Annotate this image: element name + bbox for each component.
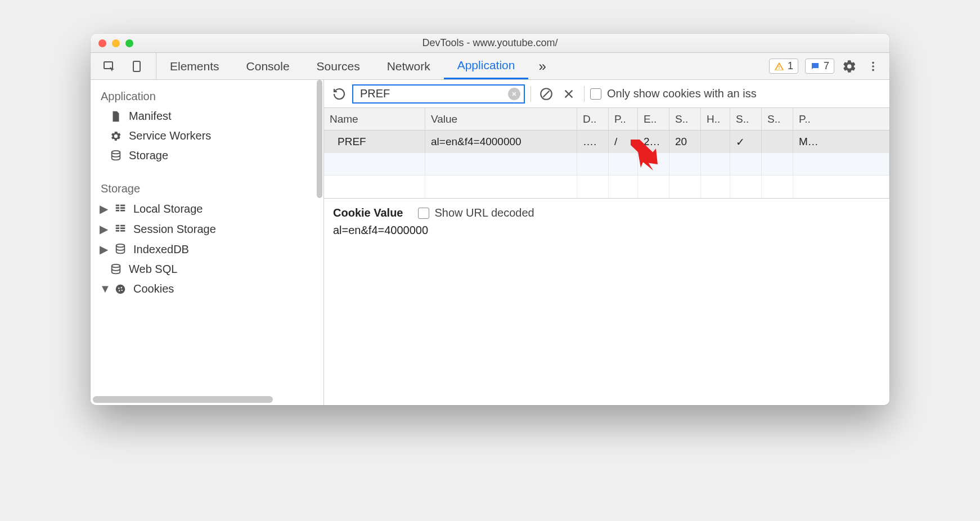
svg-point-21 xyxy=(116,284,125,294)
cookies-toolbar: Only show cookies with an iss xyxy=(324,80,889,108)
messages-badge[interactable]: 7 xyxy=(805,59,834,74)
kebab-menu-icon[interactable] xyxy=(865,58,882,75)
svg-rect-17 xyxy=(120,227,125,229)
cookie-value-text: al=en&f4=4000000 xyxy=(333,224,880,237)
grid-icon xyxy=(114,223,127,235)
table-header: Name Value D.. P.. E.. S.. H.. S.. S.. P… xyxy=(324,108,889,131)
svg-point-22 xyxy=(118,287,119,288)
minimize-window-button[interactable] xyxy=(112,39,120,47)
show-url-decoded-checkbox[interactable]: Show URL decoded xyxy=(418,206,534,219)
svg-point-5 xyxy=(872,69,874,71)
filter-input-wrapper xyxy=(352,84,525,104)
col-name[interactable]: Name xyxy=(324,108,425,130)
svg-rect-15 xyxy=(116,230,119,232)
svg-rect-12 xyxy=(120,210,125,212)
cell-samesite xyxy=(762,131,793,153)
svg-rect-13 xyxy=(116,225,119,227)
cookie-detail: Cookie Value Show URL decoded al=en&f4=4… xyxy=(324,199,889,405)
file-icon xyxy=(110,110,122,123)
sidebar-item-manifest[interactable]: Manifest xyxy=(91,106,323,126)
device-toggle-icon[interactable] xyxy=(129,58,146,75)
clear-filter-button[interactable] xyxy=(508,88,520,100)
sidebar-item-label: Storage xyxy=(129,149,168,162)
gear-icon xyxy=(110,130,122,142)
sidebar-item-indexeddb[interactable]: ▶ IndexedDB xyxy=(91,239,323,259)
svg-point-4 xyxy=(872,65,874,68)
main-tabstrip: Elements Console Sources Network Applica… xyxy=(91,53,889,80)
sidebar-item-local-storage[interactable]: ▶ Local Storage xyxy=(91,199,323,219)
refresh-button[interactable] xyxy=(330,84,349,104)
cookie-value-heading: Cookie Value xyxy=(333,206,403,219)
show-url-decoded-label: Show URL decoded xyxy=(435,206,534,219)
col-secure[interactable]: S.. xyxy=(730,108,762,130)
col-priority[interactable]: P.. xyxy=(793,108,889,130)
col-samesite[interactable]: S.. xyxy=(762,108,793,130)
sidebar-hscrollbar[interactable] xyxy=(93,396,273,403)
traffic-lights xyxy=(91,39,133,47)
col-domain[interactable]: D.. xyxy=(577,108,609,130)
svg-rect-9 xyxy=(116,210,119,212)
col-httponly[interactable]: H.. xyxy=(701,108,730,130)
cell-name: PREF xyxy=(324,131,425,153)
maximize-window-button[interactable] xyxy=(125,39,133,47)
svg-rect-10 xyxy=(120,205,125,206)
more-tabs-button[interactable]: » xyxy=(528,59,556,74)
messages-count: 7 xyxy=(824,60,829,72)
caret-right-icon: ▶ xyxy=(100,222,107,236)
sidebar-item-label: IndexedDB xyxy=(133,243,189,256)
sidebar-section-storage: Storage xyxy=(91,177,323,199)
cookies-table: Name Value D.. P.. E.. S.. H.. S.. S.. P… xyxy=(324,108,889,199)
tab-sources[interactable]: Sources xyxy=(303,53,374,79)
close-window-button[interactable] xyxy=(98,39,106,47)
svg-point-25 xyxy=(122,289,123,290)
cell-expires: 2… xyxy=(638,131,669,153)
warnings-count: 1 xyxy=(788,60,793,72)
table-row-empty xyxy=(324,153,889,176)
svg-point-3 xyxy=(872,61,874,64)
only-issue-checkbox[interactable]: Only show cookies with an iss xyxy=(590,87,757,100)
sidebar-item-session-storage[interactable]: ▶ Session Storage xyxy=(91,219,323,239)
sidebar-item-label: Web SQL xyxy=(129,263,177,276)
svg-rect-7 xyxy=(116,205,119,206)
divider xyxy=(531,86,531,102)
col-expires[interactable]: E.. xyxy=(638,108,669,130)
sidebar-item-websql[interactable]: Web SQL xyxy=(91,259,323,279)
sidebar-item-label: Local Storage xyxy=(133,203,203,215)
tab-console[interactable]: Console xyxy=(233,53,303,79)
tab-application[interactable]: Application xyxy=(444,53,529,79)
sidebar-section-application: Application xyxy=(91,84,323,106)
caret-down-icon: ▼ xyxy=(100,282,107,295)
warnings-badge[interactable]: 1 xyxy=(769,59,798,74)
filter-input[interactable] xyxy=(359,87,504,101)
window-title: DevTools - www.youtube.com/ xyxy=(91,37,889,49)
svg-rect-11 xyxy=(120,207,125,209)
divider xyxy=(584,86,585,102)
tab-network[interactable]: Network xyxy=(374,53,444,79)
delete-selected-button[interactable] xyxy=(559,84,578,104)
clear-all-button[interactable] xyxy=(537,84,556,104)
titlebar: DevTools - www.youtube.com/ xyxy=(91,34,889,53)
settings-icon[interactable] xyxy=(841,58,858,75)
col-path[interactable]: P.. xyxy=(609,108,638,130)
caret-right-icon: ▶ xyxy=(100,242,107,256)
grid-icon xyxy=(114,203,127,215)
col-size[interactable]: S.. xyxy=(669,108,701,130)
svg-rect-1 xyxy=(133,61,140,71)
sidebar-item-storage[interactable]: Storage xyxy=(91,146,323,165)
sidebar-item-label: Session Storage xyxy=(133,223,216,236)
sidebar-item-service-workers[interactable]: Service Workers xyxy=(91,126,323,146)
tab-elements[interactable]: Elements xyxy=(156,53,233,79)
inspect-icon[interactable] xyxy=(101,58,118,75)
cell-priority: M… xyxy=(793,131,889,153)
caret-right-icon: ▶ xyxy=(100,202,107,215)
panel-tabs: Elements Console Sources Network Applica… xyxy=(156,53,528,79)
database-icon xyxy=(114,243,127,255)
checkbox-box xyxy=(590,88,601,100)
sidebar-item-cookies[interactable]: ▼ Cookies xyxy=(91,279,323,299)
table-row[interactable]: PREF al=en&f4=4000000 …. / 2… 20 ✓ M… xyxy=(324,131,889,153)
col-value[interactable]: Value xyxy=(425,108,577,130)
svg-rect-16 xyxy=(120,225,125,227)
svg-rect-8 xyxy=(116,207,119,209)
application-sidebar: Application Manifest Service Workers Sto… xyxy=(91,80,324,405)
sidebar-scrollbar[interactable] xyxy=(317,80,322,198)
